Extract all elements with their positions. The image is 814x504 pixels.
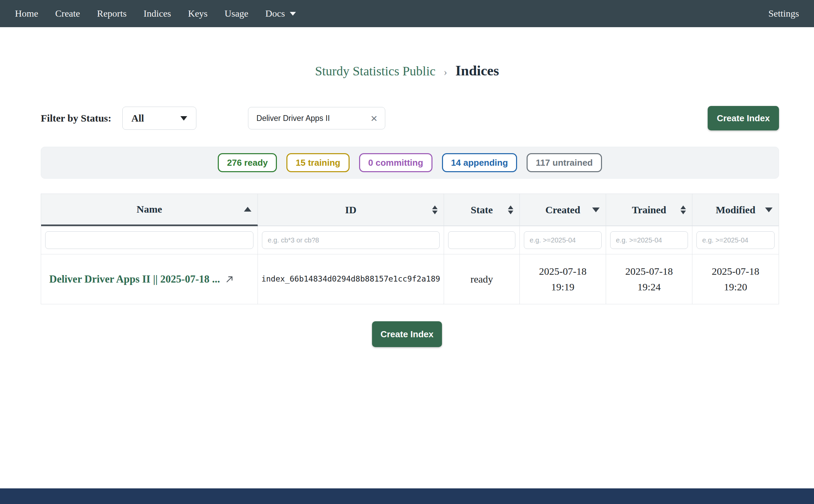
sort-icon: [508, 205, 513, 214]
search-input[interactable]: [256, 113, 367, 123]
bottom-actions: Create Index: [0, 321, 814, 347]
trained-time: 19:24: [637, 279, 660, 295]
breadcrumb-separator: ›: [444, 66, 447, 78]
chevron-down-icon: [290, 12, 296, 16]
sort-descending-icon: [592, 208, 600, 212]
sort-ascending-icon: [244, 207, 251, 212]
clear-search-icon[interactable]: ×: [371, 112, 377, 124]
nav-item-usage[interactable]: Usage: [225, 8, 248, 19]
column-header-created[interactable]: Created: [520, 194, 606, 226]
table-header-row: Name ID State Created Trained Modified: [41, 194, 779, 226]
chevron-down-icon: [180, 116, 187, 121]
breadcrumb: Sturdy Statistics Public › Indices: [0, 62, 814, 79]
breadcrumb-parent-link[interactable]: Sturdy Statistics Public: [315, 64, 436, 78]
state-filter-input[interactable]: [448, 231, 515, 249]
column-label: Modified: [716, 204, 756, 216]
name-filter-cell: [41, 226, 258, 254]
created-filter-input[interactable]: [524, 231, 602, 249]
trained-date: 2025-07-18: [625, 264, 673, 280]
page-title: Indices: [456, 63, 499, 78]
footer-bar: [0, 488, 814, 504]
sort-descending-icon: [765, 208, 773, 212]
nav-item-reports[interactable]: Reports: [97, 8, 127, 19]
column-header-modified[interactable]: Modified: [692, 194, 779, 226]
index-state-cell: ready: [444, 254, 520, 304]
status-badge-ready[interactable]: 276 ready: [218, 153, 277, 172]
column-header-state[interactable]: State: [444, 194, 520, 226]
sort-icon: [432, 205, 438, 214]
index-name-cell: Deliver Driver Apps II || 2025-07-18 ...: [41, 254, 258, 304]
column-label: ID: [345, 204, 356, 216]
id-filter-cell: [258, 226, 444, 254]
modified-date: 2025-07-18: [712, 264, 759, 280]
created-filter-cell: [520, 226, 606, 254]
create-index-button-bottom[interactable]: Create Index: [372, 321, 442, 347]
id-filter-input[interactable]: [262, 231, 440, 249]
nav-links: Home Create Reports Indices Keys Usage D…: [15, 8, 296, 19]
column-label: State: [471, 204, 493, 216]
filter-by-status-label: Filter by Status:: [41, 112, 111, 124]
nav-item-docs-label: Docs: [265, 8, 285, 19]
nav-item-home[interactable]: Home: [15, 8, 38, 19]
status-filter-value: All: [131, 113, 144, 124]
index-name-link[interactable]: Deliver Driver Apps II || 2025-07-18 ...: [49, 271, 220, 287]
nav-item-indices[interactable]: Indices: [144, 8, 171, 19]
sort-icon: [680, 205, 686, 214]
table-row: Deliver Driver Apps II || 2025-07-18 ...…: [41, 254, 779, 304]
modified-time: 19:20: [724, 279, 747, 295]
nav-item-docs[interactable]: Docs: [265, 8, 296, 19]
column-label: Created: [545, 204, 580, 216]
name-filter-input[interactable]: [45, 231, 253, 249]
column-header-trained[interactable]: Trained: [606, 194, 692, 226]
index-id-cell: index_66b14834d0294d8b88157e1cc9f2a189: [258, 254, 444, 304]
status-filter-select[interactable]: All: [122, 107, 196, 130]
created-date: 2025-07-18: [539, 264, 587, 280]
column-header-id[interactable]: ID: [258, 194, 444, 226]
search-box: ×: [248, 107, 385, 129]
column-label: Name: [137, 203, 162, 215]
top-navbar: Home Create Reports Indices Keys Usage D…: [0, 0, 814, 27]
created-time: 19:19: [551, 279, 574, 295]
status-badge-committing[interactable]: 0 committing: [359, 153, 432, 172]
index-state-value: ready: [471, 271, 493, 287]
indices-table: Name ID State Created Trained Modified: [41, 194, 779, 304]
index-created-cell: 2025-07-18 19:19: [520, 254, 606, 304]
column-header-name[interactable]: Name: [41, 194, 258, 226]
status-badge-untrained[interactable]: 117 untrained: [527, 153, 602, 172]
trained-filter-cell: [606, 226, 692, 254]
nav-item-create[interactable]: Create: [55, 8, 80, 19]
modified-filter-cell: [692, 226, 779, 254]
status-badge-training[interactable]: 15 training: [286, 153, 349, 172]
trained-filter-input[interactable]: [610, 231, 688, 249]
index-modified-cell: 2025-07-18 19:20: [692, 254, 779, 304]
create-index-button[interactable]: Create Index: [708, 106, 779, 130]
status-badge-appending[interactable]: 14 appending: [442, 153, 517, 172]
filter-bar: Filter by Status: All × Create Index: [41, 106, 779, 130]
external-link-icon: [225, 275, 234, 284]
modified-filter-input[interactable]: [696, 231, 775, 249]
index-id-value: index_66b14834d0294d8b88157e1cc9f2a189: [261, 273, 440, 285]
nav-item-settings[interactable]: Settings: [768, 8, 799, 19]
state-filter-cell: [444, 226, 520, 254]
table-filter-row: [41, 226, 779, 254]
nav-item-keys[interactable]: Keys: [188, 8, 208, 19]
column-label: Trained: [632, 204, 666, 216]
status-summary-bar: 276 ready 15 training 0 committing 14 ap…: [41, 147, 779, 179]
index-trained-cell: 2025-07-18 19:24: [606, 254, 692, 304]
